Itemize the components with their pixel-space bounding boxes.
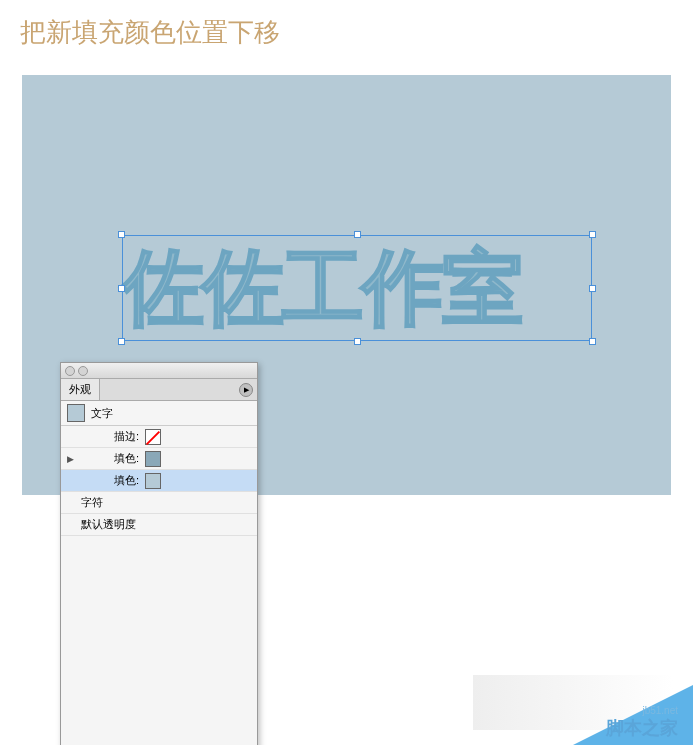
close-button[interactable] xyxy=(65,366,75,376)
fill-label-2: 填色: xyxy=(81,473,139,488)
panel-titlebar[interactable] xyxy=(61,363,257,379)
object-type-row[interactable]: 文字 xyxy=(61,401,257,426)
stroke-label: 描边: xyxy=(81,429,139,444)
fill-label-1: 填色: xyxy=(81,451,139,466)
panel-empty-area xyxy=(61,536,257,745)
minimize-button[interactable] xyxy=(78,366,88,376)
watermark-text: 脚本之家 xyxy=(606,716,678,740)
watermark: jb51.net 脚本之家 xyxy=(606,705,678,740)
handle-bottom-right[interactable] xyxy=(589,338,596,345)
handle-middle-left[interactable] xyxy=(118,285,125,292)
expand-arrow-icon[interactable]: ▶ xyxy=(67,454,81,464)
opacity-row[interactable]: 默认透明度 xyxy=(61,514,257,536)
tab-appearance[interactable]: 外观 xyxy=(61,379,100,400)
appearance-panel: 外观 ▶ 文字 描边: ▶ 填色: 填色: 字符 默认透明度 xyxy=(60,362,258,745)
object-swatch xyxy=(67,404,85,422)
handle-top-left[interactable] xyxy=(118,231,125,238)
selection-bounding-box xyxy=(122,235,592,341)
opacity-label: 默认透明度 xyxy=(81,517,136,532)
fill-swatch-2[interactable] xyxy=(145,473,161,489)
text-object-selection[interactable]: 佐佐工作室 xyxy=(122,235,592,341)
fill-swatch-1[interactable] xyxy=(145,451,161,467)
panel-tab-bar: 外观 ▶ xyxy=(61,379,257,401)
handle-middle-right[interactable] xyxy=(589,285,596,292)
character-row[interactable]: 字符 xyxy=(61,492,257,514)
fill-row-2[interactable]: 填色: xyxy=(61,470,257,492)
handle-bottom-center[interactable] xyxy=(354,338,361,345)
watermark-url: jb51.net xyxy=(606,705,678,716)
handle-bottom-left[interactable] xyxy=(118,338,125,345)
page-title: 把新填充颜色位置下移 xyxy=(0,0,693,65)
fill-row-1[interactable]: ▶ 填色: xyxy=(61,448,257,470)
panel-menu-button[interactable]: ▶ xyxy=(239,383,253,397)
stroke-swatch-none[interactable] xyxy=(145,429,161,445)
stroke-row[interactable]: 描边: xyxy=(61,426,257,448)
panel-body: 文字 描边: ▶ 填色: 填色: 字符 默认透明度 xyxy=(61,401,257,745)
character-label: 字符 xyxy=(81,495,103,510)
handle-top-center[interactable] xyxy=(354,231,361,238)
object-type-label: 文字 xyxy=(91,406,113,421)
handle-top-right[interactable] xyxy=(589,231,596,238)
